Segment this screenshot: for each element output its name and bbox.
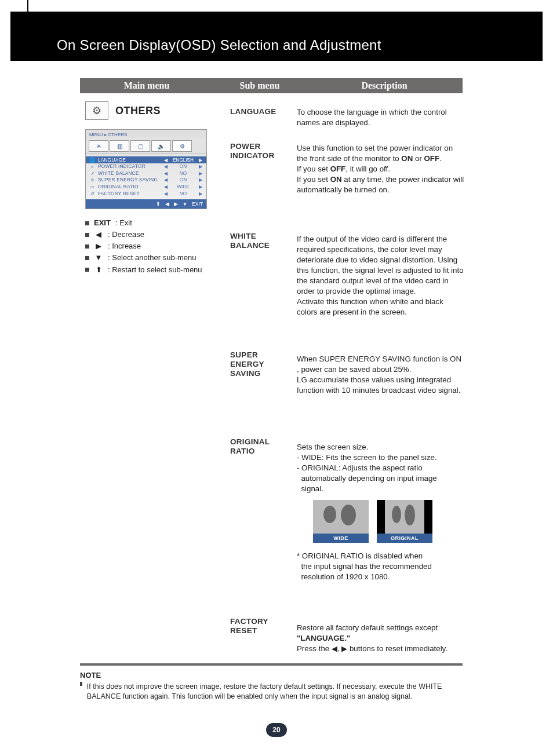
sub-factory-reset: FACTORYRESET bbox=[230, 617, 294, 636]
osd-row-label: FACTORY RESET bbox=[98, 191, 161, 196]
osd-row: ↺FACTORY RESET◀NO▶ bbox=[86, 190, 206, 197]
page-number: 20 bbox=[266, 723, 287, 737]
legend-text: : Decrease bbox=[108, 229, 144, 240]
osd-tab-display-icon: ▢ bbox=[130, 140, 150, 152]
legend-symbol-icon: ⬆ bbox=[94, 264, 103, 276]
osd-row-icon: ▭ bbox=[89, 184, 96, 189]
osd-row-label: WHITE BALANCE bbox=[98, 171, 161, 176]
ratio-original-caption: ORIGINAL bbox=[377, 534, 432, 543]
osd-nav-button: ▼ bbox=[183, 201, 187, 207]
legend-text: : Exit bbox=[115, 217, 132, 229]
sub-white-balance: WHITEBALANCE bbox=[230, 232, 294, 345]
osd-nav-button: EXIT bbox=[192, 201, 203, 207]
desc-white-balance: If the output of the video card is diffe… bbox=[297, 234, 465, 347]
left-arrow-icon: ◀ bbox=[163, 158, 169, 163]
osd-row-icon: ⎋ bbox=[89, 177, 96, 182]
osd-row: ⤢WHITE BALANCE◀NO▶ bbox=[86, 170, 206, 177]
right-arrow-icon: ▶ bbox=[198, 164, 203, 169]
osd-row-value: ON bbox=[171, 177, 195, 182]
osd-row-icon: 🌐 bbox=[89, 157, 96, 163]
legend-symbol-icon: ◀ bbox=[94, 229, 103, 240]
right-arrow-icon: ▶ bbox=[198, 177, 203, 182]
osd-row-icon: ↺ bbox=[89, 191, 96, 196]
ratio-wide-caption: WIDE bbox=[313, 534, 369, 543]
desc-language: To choose the language in which the cont… bbox=[297, 107, 465, 136]
text-bold: OFF bbox=[330, 165, 346, 173]
desc-super-energy: When SUPER ENERGY SAVING function is ON … bbox=[297, 354, 465, 435]
ratio-wide-box: WIDE bbox=[313, 500, 369, 543]
desc-factory-reset: Restore all factory default settings exc… bbox=[297, 623, 465, 654]
text: Restore all factory default settings exc… bbox=[297, 623, 438, 632]
right-arrow-icon: ▶ bbox=[198, 158, 203, 163]
bullet-icon bbox=[85, 256, 89, 260]
osd-row-value: NO bbox=[171, 191, 195, 196]
gear-icon-box: ⚙ bbox=[85, 101, 108, 120]
bullet-icon bbox=[85, 268, 89, 272]
text-bold: ON bbox=[401, 154, 413, 163]
text-bold: ON bbox=[330, 175, 342, 184]
left-arrow-icon: ◀ bbox=[163, 191, 169, 196]
osd-row-value: NO bbox=[171, 171, 195, 176]
text-bold: OFF bbox=[424, 154, 440, 163]
text: . bbox=[439, 154, 442, 163]
note-header: NOTE bbox=[80, 671, 463, 680]
text: - WIDE: Fits the screen to the panel siz… bbox=[297, 452, 465, 463]
sub-power-indicator: POWERINDICATOR bbox=[230, 142, 294, 226]
sub-language: LANGUAGE bbox=[230, 107, 294, 136]
bullet-icon bbox=[80, 682, 82, 686]
bullet-icon bbox=[85, 221, 89, 225]
legend-row: ◀: Decrease bbox=[85, 229, 219, 240]
ratio-wide-thumb bbox=[313, 500, 369, 534]
osd-rows: 🌐LANGUAGE◀ENGLISH▶☼POWER INDICATOR◀ON▶⤢W… bbox=[86, 154, 206, 199]
ratio-original-box: ORIGINAL bbox=[377, 500, 432, 543]
osd-panel: MENU ▸ OTHERS ☀ ▥ ▢ 🔈 ⚙ 🌐LANGUAGE◀ENGLIS… bbox=[85, 129, 207, 209]
note-section: NOTE If this does not improve the screen… bbox=[80, 671, 463, 702]
text: Press the bbox=[297, 644, 332, 653]
note-text: If this does not improve the screen imag… bbox=[87, 682, 463, 702]
osd-tab-volume-icon: 🔈 bbox=[151, 140, 171, 152]
left-arrow-icon: ◀ bbox=[163, 177, 169, 182]
osd-tabs: ☀ ▥ ▢ 🔈 ⚙ bbox=[86, 138, 206, 154]
legend-row: EXIT : Exit bbox=[85, 217, 219, 229]
sub-menu-column: LANGUAGE POWERINDICATOR WHITEBALANCE SUP… bbox=[230, 107, 294, 641]
left-arrow-icon: ◀ bbox=[163, 164, 169, 169]
osd-row-icon: ☼ bbox=[89, 164, 96, 169]
osd-row-label: SUPER ENERGY SAVING bbox=[98, 177, 161, 182]
osd-row-label: LANGUAGE bbox=[98, 158, 161, 163]
col-description: Description bbox=[306, 81, 463, 91]
desc-original-ratio: Sets the screen size. - WIDE: Fits the s… bbox=[297, 442, 465, 616]
osd-nav-button: ▶ bbox=[174, 201, 178, 207]
others-header: ⚙ OTHERS bbox=[85, 101, 219, 120]
text: or bbox=[413, 154, 424, 163]
osd-tab-brightness-icon: ☀ bbox=[89, 140, 108, 152]
text: If you set bbox=[297, 165, 330, 173]
col-sub-menu: Sub menu bbox=[213, 81, 306, 91]
legend-row: ▶: Increase bbox=[85, 240, 219, 252]
legend: EXIT : Exit◀: Decrease▶: Increase▼: Sele… bbox=[85, 217, 219, 276]
page-title: On Screen Display(OSD) Selection and Adj… bbox=[57, 37, 381, 53]
ratio-note: * ORIGINAL RATIO is disabled when the in… bbox=[297, 551, 465, 582]
legend-symbol-icon: ▼ bbox=[94, 252, 103, 264]
bullet-icon bbox=[85, 244, 89, 249]
text: - ORIGINAL: Adjusts the aspect ratio aut… bbox=[297, 463, 465, 494]
main-menu-column: ⚙ OTHERS MENU ▸ OTHERS ☀ ▥ ▢ 🔈 ⚙ 🌐LANGUA… bbox=[85, 101, 219, 276]
osd-tab-color-icon: ▥ bbox=[110, 140, 129, 152]
left-arrow-icon: ◀ bbox=[163, 184, 169, 189]
text: Sets the screen size. bbox=[297, 442, 465, 452]
legend-symbol-text: EXIT bbox=[94, 217, 111, 229]
osd-row: ⎋SUPER ENERGY SAVING◀ON▶ bbox=[86, 177, 206, 183]
osd-breadcrumb: MENU ▸ OTHERS bbox=[86, 130, 206, 138]
legend-symbol-icon: ▶ bbox=[94, 240, 103, 252]
desc-power-indicator: Use this function to set the power indic… bbox=[297, 143, 465, 227]
legend-row: ▼: Select another sub-menu bbox=[85, 252, 219, 264]
text: If you set bbox=[297, 175, 330, 184]
osd-tab-others-icon: ⚙ bbox=[172, 140, 192, 152]
osd-row: ☼POWER INDICATOR◀ON▶ bbox=[86, 163, 206, 170]
osd-row-label: ORIGINAL RATIO bbox=[98, 184, 161, 189]
ratio-images: WIDE ORIGINAL bbox=[313, 500, 465, 543]
osd-nav-button: ⬆ bbox=[156, 201, 161, 207]
legend-text: : Select another sub-menu bbox=[108, 252, 196, 264]
page-title-bar: On Screen Display(OSD) Selection and Adj… bbox=[10, 12, 543, 61]
note-rule bbox=[80, 663, 463, 666]
text: buttons to reset immediately. bbox=[347, 644, 448, 653]
